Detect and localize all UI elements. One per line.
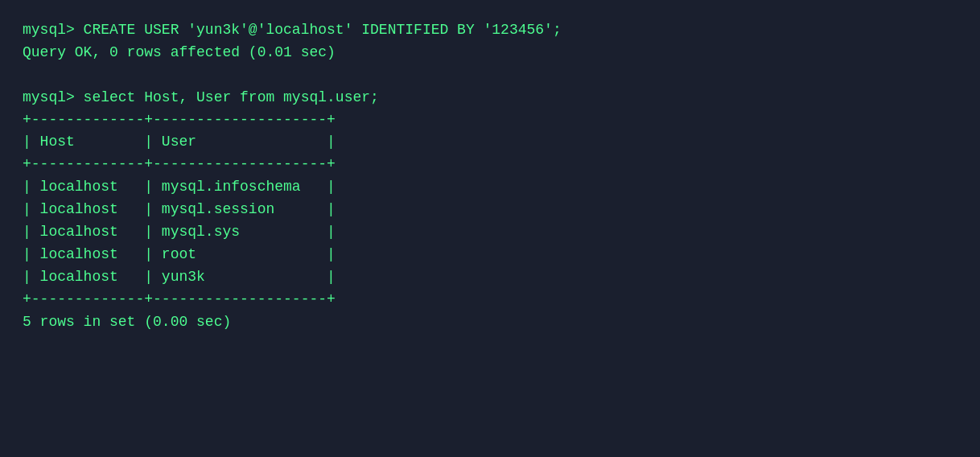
terminal-line: | localhost | yun3k | (23, 266, 957, 289)
terminal-line: | localhost | mysql.sys | (23, 221, 957, 244)
terminal-line: +-------------+--------------------+ (23, 154, 957, 176)
terminal-line: | localhost | mysql.infoschema | (23, 176, 957, 199)
terminal-line: 5 rows in set (0.00 sec) (23, 311, 957, 334)
terminal-line: +-------------+--------------------+ (23, 289, 957, 311)
terminal-line: | Host | User | (23, 131, 957, 154)
terminal-line (23, 64, 957, 87)
terminal-line: mysql> select Host, User from mysql.user… (23, 87, 957, 109)
terminal-line: Query OK, 0 rows affected (0.01 sec) (23, 42, 957, 64)
terminal-window: mysql> CREATE USER 'yun3k'@'localhost' I… (23, 19, 957, 438)
terminal-line: | localhost | root | (23, 244, 957, 266)
terminal-line: mysql> CREATE USER 'yun3k'@'localhost' I… (23, 19, 957, 42)
terminal-line: | localhost | mysql.session | (23, 199, 957, 221)
terminal-line: +-------------+--------------------+ (23, 109, 957, 132)
